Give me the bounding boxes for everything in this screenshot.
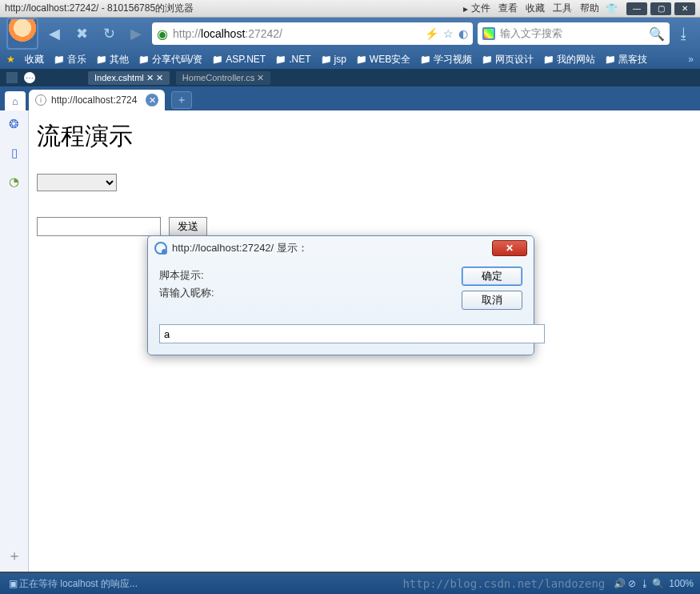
watermark-text: http://blog.csdn.net/landozeng [402, 577, 605, 590]
bg-tab: HomeController.cs ✕ [176, 71, 271, 85]
bg-square-icon [6, 72, 18, 83]
refresh-button[interactable]: ↻ [98, 22, 120, 45]
background-editor-strip: ⋯ Index.cshtml ✕ ✕ HomeController.cs ✕ [0, 69, 700, 86]
tab-title: http://localhost:2724 [51, 94, 141, 106]
skin-icon[interactable]: 👕 [604, 3, 618, 14]
dialog-titlebar: http://localhost:27242/ 显示： ✕ [148, 236, 534, 260]
bookmark-folder[interactable]: 学习视频 [420, 53, 472, 66]
menu-arrow-icon: ▸ [463, 3, 468, 14]
sidepanel-compass-icon[interactable]: ❂ [7, 117, 22, 131]
dialog-close-button[interactable]: ✕ [492, 240, 527, 256]
home-button[interactable]: ⌂ [5, 91, 26, 110]
bookmark-folder[interactable]: 其他 [96, 53, 129, 66]
dropdown-select[interactable] [37, 174, 117, 191]
user-avatar[interactable] [6, 18, 38, 50]
tab-close-button[interactable]: ✕ [146, 94, 158, 106]
new-tab-button[interactable]: ＋ [171, 91, 192, 109]
status-sound-icon[interactable]: 🔊 [613, 578, 626, 589]
status-zoom-icon[interactable]: 🔍 [651, 578, 664, 589]
content-wrapper: ❂ ▯ ◔ ＋ 流程演示 发送 http://localhost:27242/ … [0, 110, 700, 572]
bg-dot-icon: ⋯ [24, 72, 35, 83]
compat-icon[interactable]: ◐ [458, 27, 468, 40]
menu-file[interactable]: 文件 [471, 2, 490, 15]
minimize-button[interactable]: ― [626, 2, 647, 15]
forward-button[interactable]: ▶ [125, 22, 147, 45]
favorites-star-icon[interactable]: ★ [6, 54, 15, 65]
status-bar: ▣ 正在等待 localhost 的响应... http://blog.csdn… [0, 573, 700, 594]
search-engine-icon[interactable] [482, 27, 495, 40]
sidepanel-phone-icon[interactable]: ▯ [7, 146, 22, 160]
dialog-input[interactable] [159, 324, 545, 343]
bookmark-folder[interactable]: 黑客技 [605, 53, 647, 66]
window-titlebar: http://localhost:27242/ - 810156785的浏览器 … [0, 0, 700, 18]
dialog-message: 脚本提示: 请输入昵称: [159, 267, 452, 310]
bookmarks-bar: ★ 收藏 音乐 其他 分享代码/资 ASP.NET .NET jsp WEB安全… [0, 50, 700, 69]
dialog-message-line1: 脚本提示: [159, 267, 452, 284]
dialog-message-line2: 请输入昵称: [159, 284, 452, 302]
dialog-ok-button[interactable]: 确定 [462, 267, 522, 286]
menu-favorites[interactable]: 收藏 [526, 2, 545, 15]
maximize-button[interactable]: ▢ [650, 2, 671, 15]
back-button[interactable]: ◀ [43, 22, 66, 45]
message-input[interactable] [37, 217, 161, 236]
send-button[interactable]: 发送 [169, 217, 207, 236]
status-loading-text: 正在等待 localhost 的响应... [19, 577, 138, 591]
bookmark-folder[interactable]: 分享代码/资 [138, 53, 202, 66]
bookmark-folder[interactable]: 音乐 [54, 53, 86, 66]
window-buttons: ― ▢ ✕ [626, 2, 695, 15]
close-button[interactable]: ✕ [674, 2, 695, 15]
dialog-body: 脚本提示: 请输入昵称: 确定 取消 [148, 260, 534, 321]
search-placeholder: 输入文字搜索 [500, 26, 644, 41]
page-heading: 流程演示 [37, 120, 692, 153]
stop-button[interactable]: ✖ [70, 22, 93, 45]
bookmark-folder[interactable]: jsp [321, 54, 346, 65]
address-text: http://localhost:27242/ [173, 27, 420, 40]
tab-favicon-icon: i [35, 94, 46, 106]
status-monitor-icon[interactable]: ▣ [6, 578, 19, 589]
bookmark-folder[interactable]: .NET [275, 54, 310, 65]
prompt-dialog: http://localhost:27242/ 显示： ✕ 脚本提示: 请输入昵… [147, 235, 534, 355]
bookmark-folder[interactable]: 我的网站 [543, 53, 595, 66]
bg-tab: Index.cshtml ✕ ✕ [88, 71, 170, 85]
dialog-title-text: http://localhost:27242/ 显示： [172, 241, 308, 255]
dialog-app-icon [154, 242, 167, 255]
bookmark-folder[interactable]: ASP.NET [212, 54, 266, 65]
star-icon[interactable]: ☆ [443, 27, 454, 40]
lightning-icon[interactable]: ⚡ [425, 27, 438, 40]
status-zoom-value: 100% [669, 578, 694, 589]
dialog-input-wrap [159, 324, 545, 343]
bookmarks-overflow-icon[interactable]: » [688, 54, 694, 65]
download-button[interactable]: ⭳ [674, 26, 694, 42]
security-shield-icon: ◉ [157, 26, 168, 42]
browser-tab-bar: ⌂ i http://localhost:2724 ✕ ＋ [0, 86, 700, 110]
search-bar[interactable]: 输入文字搜索 🔍 [478, 22, 670, 45]
menu-tools[interactable]: 工具 [553, 2, 572, 15]
bookmark-folder[interactable]: 网页设计 [482, 53, 534, 66]
window-title: http://localhost:27242/ - 810156785的浏览器 [5, 2, 463, 15]
status-block-icon[interactable]: ⊘ [626, 578, 638, 589]
side-panel: ❂ ▯ ◔ ＋ [0, 110, 29, 572]
window-menus: 文件 查看 收藏 工具 帮助 [471, 2, 599, 15]
dialog-buttons: 确定 取消 [462, 267, 522, 310]
browser-toolbar: ◀ ✖ ↻ ▶ ◉ http://localhost:27242/ ⚡ ☆ ◐ … [0, 18, 700, 50]
search-icon[interactable]: 🔍 [649, 26, 665, 42]
bookmark-folder[interactable]: WEB安全 [356, 53, 410, 66]
dialog-cancel-button[interactable]: 取消 [462, 291, 522, 310]
sidepanel-clock-icon[interactable]: ◔ [7, 175, 22, 189]
status-download-icon[interactable]: ⭳ [638, 578, 651, 589]
browser-tab[interactable]: i http://localhost:2724 ✕ [29, 90, 165, 110]
sidepanel-add-button[interactable]: ＋ [7, 546, 22, 565]
web-page: 流程演示 发送 http://localhost:27242/ 显示： ✕ 脚本… [29, 110, 700, 572]
menu-view[interactable]: 查看 [498, 2, 518, 15]
menu-help[interactable]: 帮助 [580, 2, 599, 15]
favorites-label[interactable]: 收藏 [25, 53, 44, 66]
address-bar[interactable]: ◉ http://localhost:27242/ ⚡ ☆ ◐ [152, 22, 473, 45]
